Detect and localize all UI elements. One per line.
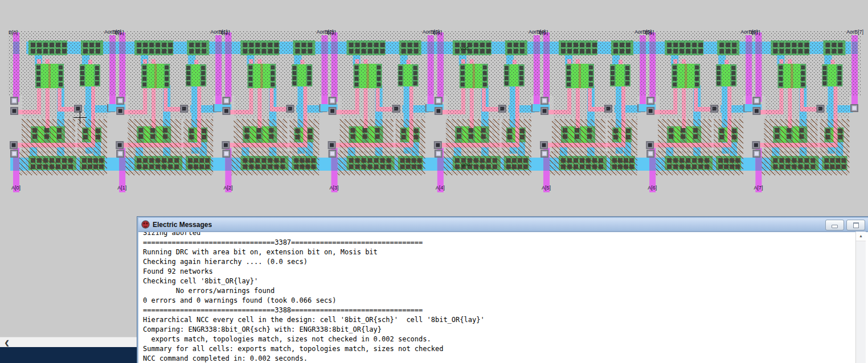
svg-text:B[1]: B[1] bbox=[114, 30, 124, 35]
messages-log-area[interactable]: Sizing aborted =========================… bbox=[138, 232, 868, 363]
svg-text:A[3]: A[3] bbox=[330, 185, 339, 191]
svg-text:gnd: gnd bbox=[461, 162, 470, 167]
messages-titlebar[interactable]: Electric Messages bbox=[138, 218, 868, 232]
svg-text:B[2]: B[2] bbox=[220, 30, 230, 35]
scroll-up-icon[interactable]: ▲ bbox=[856, 232, 866, 241]
svg-text:A[5]: A[5] bbox=[542, 185, 551, 191]
svg-text:AorB[7]: AorB[7] bbox=[846, 29, 863, 35]
svg-text:B[0]: B[0] bbox=[9, 30, 18, 35]
messages-vertical-scrollbar[interactable]: ▲ bbox=[855, 232, 866, 363]
electric-app: B[0]AorB[0]A[0]B[1]AorB[1]A[1]B[2]AorB[2… bbox=[0, 0, 868, 363]
maximize-icon bbox=[853, 222, 859, 228]
maximize-button[interactable] bbox=[846, 220, 865, 230]
scroll-left-icon[interactable]: ❮ bbox=[2, 338, 11, 347]
messages-window: Electric Messages Sizing aborted =======… bbox=[137, 216, 868, 363]
minimize-button[interactable] bbox=[825, 220, 844, 230]
svg-text:A[1]: A[1] bbox=[117, 185, 126, 191]
messages-log: Sizing aborted =========================… bbox=[138, 232, 868, 363]
svg-text:A[2]: A[2] bbox=[223, 185, 232, 191]
svg-text:B[4]: B[4] bbox=[433, 30, 442, 35]
electric-logo-icon bbox=[141, 220, 150, 229]
svg-text:B[3]: B[3] bbox=[327, 30, 336, 35]
svg-text:B[6]: B[6] bbox=[645, 30, 654, 35]
svg-text:A[0]: A[0] bbox=[11, 185, 21, 191]
minimize-icon bbox=[832, 225, 838, 228]
svg-text:A[6]: A[6] bbox=[648, 185, 657, 191]
svg-text:B[5]: B[5] bbox=[539, 30, 548, 35]
svg-text:vdd: vdd bbox=[460, 46, 469, 51]
svg-text:B[7]: B[7] bbox=[751, 30, 760, 35]
svg-text:A[7]: A[7] bbox=[754, 185, 763, 191]
svg-text:A[4]: A[4] bbox=[436, 185, 445, 191]
window-title: Electric Messages bbox=[153, 221, 212, 229]
